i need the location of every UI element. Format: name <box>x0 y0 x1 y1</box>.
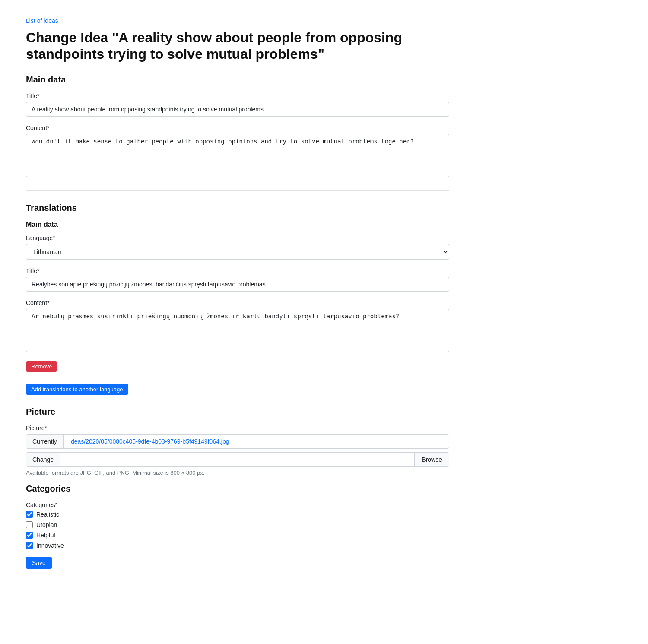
picture-section: Picture Picture* Currently ideas/2020/05… <box>26 407 449 476</box>
file-placeholder: --- <box>60 453 414 466</box>
translation-title-group: Title* <box>26 267 449 292</box>
title-input[interactable] <box>26 102 449 117</box>
list-item: Realistic <box>26 511 449 518</box>
content-textarea[interactable] <box>26 134 449 177</box>
content-label: Content* <box>26 124 449 131</box>
picture-hint: Available formats are JPG, GIF, and PNG.… <box>26 470 449 476</box>
file-input-row: Change --- Browse <box>26 452 449 467</box>
categories-section: Categories Categories* RealisticUtopianH… <box>26 484 449 549</box>
save-button[interactable]: Save <box>26 557 52 569</box>
translation-content-textarea[interactable] <box>26 309 449 352</box>
main-data-section: Main data Title* Content* <box>26 75 449 178</box>
remove-button[interactable]: Remove <box>26 361 57 372</box>
add-translation-wrapper: Add translations to another language <box>26 384 449 395</box>
language-label: Language* <box>26 235 449 241</box>
main-data-heading: Main data <box>26 75 449 85</box>
translation-title-input[interactable] <box>26 277 449 292</box>
translations-sub-heading: Main data <box>26 221 449 228</box>
change-label: Change <box>26 453 60 466</box>
list-item: Innovative <box>26 542 449 549</box>
category-label: Utopian <box>36 521 57 528</box>
category-checkbox-utopian[interactable] <box>26 521 33 528</box>
translation-title-label: Title* <box>26 267 449 274</box>
language-select[interactable]: LithuanianEnglishGermanFrenchSpanish <box>26 244 449 260</box>
category-checkbox-helpful[interactable] <box>26 532 33 539</box>
divider-1 <box>26 190 449 191</box>
translation-content-label: Content* <box>26 299 449 306</box>
title-group: Title* <box>26 92 449 117</box>
category-checkbox-realistic[interactable] <box>26 511 33 518</box>
translations-heading: Translations <box>26 203 449 213</box>
page-title: Change Idea "A reality show about people… <box>26 29 449 63</box>
list-item: Utopian <box>26 521 449 528</box>
categories-heading: Categories <box>26 484 449 494</box>
current-picture-value: ideas/2020/05/0080c405-9dfe-4b03-9769-b5… <box>64 435 449 448</box>
category-label: Realistic <box>36 511 59 518</box>
save-wrapper: Save <box>26 557 449 569</box>
language-group: Language* LithuanianEnglishGermanFrenchS… <box>26 235 449 260</box>
category-label: Helpful <box>36 532 55 539</box>
category-checkbox-innovative[interactable] <box>26 542 33 549</box>
add-translation-button[interactable]: Add translations to another language <box>26 384 128 395</box>
current-picture-row: Currently ideas/2020/05/0080c405-9dfe-4b… <box>26 434 449 449</box>
categories-group: Categories* RealisticUtopianHelpfulInnov… <box>26 501 449 549</box>
categories-label: Categories* <box>26 501 449 508</box>
title-label: Title* <box>26 92 449 99</box>
translation-content-group: Content* <box>26 299 449 353</box>
list-item: Helpful <box>26 532 449 539</box>
picture-group: Picture* Currently ideas/2020/05/0080c40… <box>26 425 449 476</box>
content-group: Content* <box>26 124 449 178</box>
picture-heading: Picture <box>26 407 449 417</box>
category-label: Innovative <box>36 542 64 549</box>
categories-checkboxes: RealisticUtopianHelpfulInnovative <box>26 511 449 549</box>
browse-button[interactable]: Browse <box>414 453 449 466</box>
translation-actions: Remove <box>26 361 449 372</box>
currently-label: Currently <box>26 435 64 448</box>
translations-section: Translations Main data Language* Lithuan… <box>26 203 449 395</box>
breadcrumb[interactable]: List of ideas <box>26 17 449 24</box>
picture-label: Picture* <box>26 425 449 431</box>
